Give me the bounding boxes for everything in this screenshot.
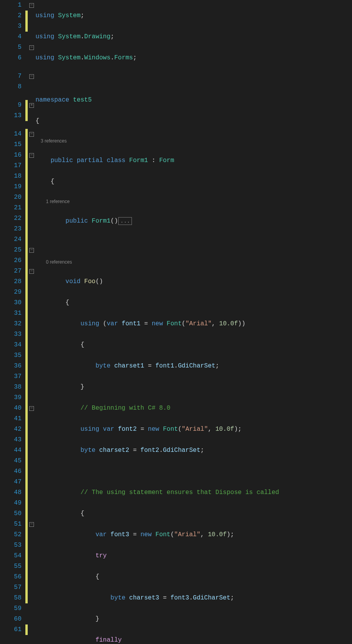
fold-toggle-icon[interactable]: −: [29, 522, 34, 527]
collapsed-region-icon[interactable]: ...: [118, 217, 132, 225]
fold-gutter: − − − + − − − − − −: [28, 0, 36, 644]
code-content[interactable]: using System; using System.Drawing; usin…: [36, 0, 352, 644]
codelens-references[interactable]: 0 references: [46, 259, 72, 265]
fold-toggle-icon[interactable]: −: [29, 406, 34, 411]
codelens-references[interactable]: 1 reference: [46, 199, 70, 204]
fold-toggle-icon[interactable]: −: [29, 74, 34, 79]
line-number-gutter: 1 2 3 4 5 6 7 8 9 13 14 15 16 17 18 19 2…: [0, 0, 25, 644]
fold-toggle-icon[interactable]: −: [29, 153, 34, 158]
fold-toggle-icon[interactable]: −: [29, 248, 34, 253]
code-editor[interactable]: 1 2 3 4 5 6 7 8 9 13 14 15 16 17 18 19 2…: [0, 0, 352, 644]
codelens-references[interactable]: 3 references: [41, 138, 67, 144]
fold-toggle-icon[interactable]: −: [29, 3, 34, 8]
fold-toggle-icon[interactable]: −: [29, 132, 34, 137]
fold-toggle-icon[interactable]: −: [29, 269, 34, 274]
fold-toggle-icon[interactable]: −: [29, 45, 34, 50]
fold-toggle-icon[interactable]: +: [29, 103, 34, 108]
